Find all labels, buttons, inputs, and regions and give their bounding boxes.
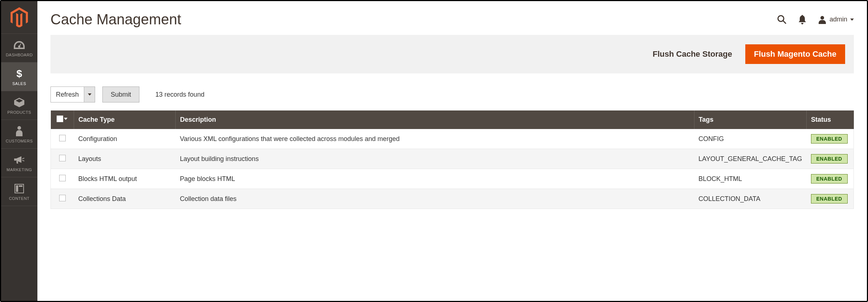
nav-label: PRODUCTS xyxy=(7,110,31,114)
svg-rect-6 xyxy=(19,185,23,187)
nav-customers[interactable]: CUSTOMERS xyxy=(1,120,37,149)
cache-table: Cache Type Description Tags Status Confi… xyxy=(50,110,854,209)
submit-button[interactable]: Submit xyxy=(102,86,139,102)
sidebar: DASHBOARD $ SALES PRODUCTS CUSTOMERS MAR… xyxy=(1,1,37,301)
cell-tags: CONFIG xyxy=(694,129,806,149)
cell-description: Layout building instructions xyxy=(176,149,694,169)
status-badge: ENABLED xyxy=(811,194,848,204)
header-description[interactable]: Description xyxy=(176,110,694,129)
nav-content[interactable]: CONTENT xyxy=(1,177,37,206)
status-badge: ENABLED xyxy=(811,134,848,144)
nav-label: DASHBOARD xyxy=(6,53,33,57)
cell-cache-type: Layouts xyxy=(74,149,176,169)
svg-rect-5 xyxy=(16,185,18,192)
select-all-checkbox[interactable] xyxy=(57,116,63,122)
nav-label: CONTENT xyxy=(9,196,30,201)
flush-magento-cache-button[interactable]: Flush Magento Cache xyxy=(745,44,845,64)
gauge-icon xyxy=(14,40,25,51)
cell-cache-type: Blocks HTML output xyxy=(74,169,176,189)
magento-logo-icon xyxy=(11,7,28,27)
cell-tags: COLLECTION_DATA xyxy=(694,189,806,209)
cell-tags: BLOCK_HTML xyxy=(694,169,806,189)
dollar-icon: $ xyxy=(16,68,23,79)
table-header-row: Cache Type Description Tags Status xyxy=(51,110,854,129)
row-checkbox[interactable] xyxy=(59,195,66,201)
header-cache-type[interactable]: Cache Type xyxy=(74,110,176,129)
mass-action-toggle[interactable] xyxy=(84,87,95,102)
box-icon xyxy=(14,97,24,108)
nav-label: MARKETING xyxy=(7,168,32,172)
megaphone-icon xyxy=(14,154,24,165)
nav-label: SALES xyxy=(12,81,26,86)
flush-cache-storage-button[interactable]: Flush Cache Storage xyxy=(648,46,737,63)
nav-label: CUSTOMERS xyxy=(6,139,33,143)
chevron-down-icon xyxy=(64,118,68,120)
svg-line-8 xyxy=(783,21,786,24)
mass-action-label: Refresh xyxy=(51,87,84,102)
row-checkbox[interactable] xyxy=(59,155,66,161)
action-bar: Flush Cache Storage Flush Magento Cache xyxy=(50,35,854,73)
layout-icon xyxy=(15,183,24,194)
cell-description: Page blocks HTML xyxy=(176,169,694,189)
header-status[interactable]: Status xyxy=(807,110,854,129)
table-row[interactable]: ConfigurationVarious XML configurations … xyxy=(51,129,854,149)
row-checkbox[interactable] xyxy=(59,175,66,181)
svg-point-7 xyxy=(778,16,784,21)
main-content: Cache Management admin Flush Cache Stora… xyxy=(37,1,867,301)
grid-toolbar: Refresh Submit 13 records found xyxy=(50,86,854,102)
bell-icon xyxy=(798,15,806,24)
header-checkbox-cell[interactable] xyxy=(51,110,74,129)
svg-point-9 xyxy=(820,16,824,20)
chevron-down-icon xyxy=(850,19,854,21)
person-icon xyxy=(16,126,23,137)
page-header: Cache Management admin xyxy=(50,1,854,35)
status-badge: ENABLED xyxy=(811,174,848,184)
mass-action-select[interactable]: Refresh xyxy=(50,86,95,102)
search-icon xyxy=(777,15,787,24)
row-checkbox[interactable] xyxy=(59,135,66,141)
cell-description: Collection data files xyxy=(176,189,694,209)
notifications-button[interactable] xyxy=(798,15,806,24)
table-row[interactable]: Blocks HTML outputPage blocks HTMLBLOCK_… xyxy=(51,169,854,189)
table-row[interactable]: Collections DataCollection data filesCOL… xyxy=(51,189,854,209)
cell-cache-type: Collections Data xyxy=(74,189,176,209)
header-tags[interactable]: Tags xyxy=(694,110,806,129)
cell-tags: LAYOUT_GENERAL_CACHE_TAG xyxy=(694,149,806,169)
nav-sales[interactable]: $ SALES xyxy=(1,63,37,91)
admin-user-label: admin xyxy=(830,16,847,23)
header-tools: admin xyxy=(777,15,854,24)
status-badge: ENABLED xyxy=(811,154,848,164)
records-count: 13 records found xyxy=(155,91,204,98)
nav-marketing[interactable]: MARKETING xyxy=(1,149,37,177)
nav-products[interactable]: PRODUCTS xyxy=(1,91,37,120)
search-button[interactable] xyxy=(777,15,787,24)
nav-dashboard[interactable]: DASHBOARD xyxy=(1,34,37,63)
table-row[interactable]: LayoutsLayout building instructionsLAYOU… xyxy=(51,149,854,169)
svg-text:$: $ xyxy=(16,68,22,79)
magento-logo[interactable] xyxy=(1,1,37,34)
cell-description: Various XML configurations that were col… xyxy=(176,129,694,149)
page-title: Cache Management xyxy=(50,11,181,28)
user-icon xyxy=(818,15,827,24)
svg-point-3 xyxy=(17,126,21,130)
chevron-down-icon xyxy=(88,93,91,96)
admin-user-menu[interactable]: admin xyxy=(818,15,854,24)
cell-cache-type: Configuration xyxy=(74,129,176,149)
